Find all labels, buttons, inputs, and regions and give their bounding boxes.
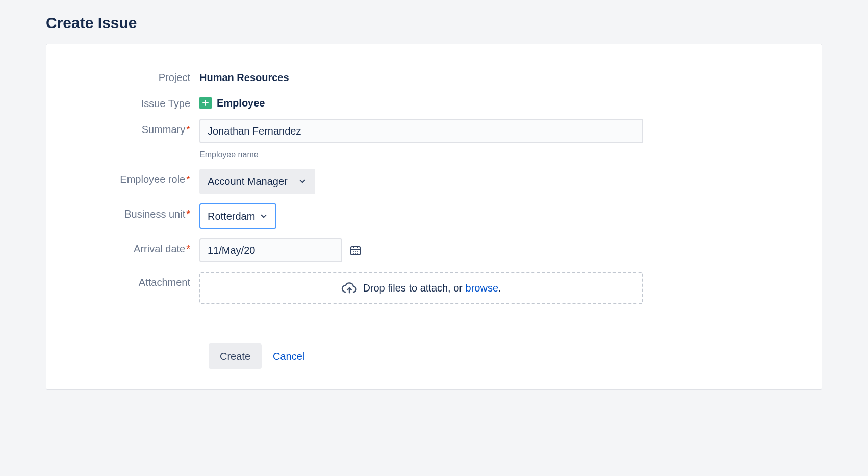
row-attachment: Attachment Drop files to attach, or brow… [67, 272, 801, 304]
page-title: Create Issue [0, 0, 868, 44]
label-issue-type: Issue Type [67, 93, 199, 110]
row-business-unit: Business unit* Rotterdam [67, 203, 801, 229]
row-project: Project Human Resources [67, 67, 801, 84]
svg-point-2 [355, 251, 356, 252]
cloud-upload-icon [341, 280, 358, 296]
row-employee-role: Employee role* Account Manager [67, 169, 801, 194]
business-unit-value: Rotterdam [208, 210, 255, 222]
value-project: Human Resources [199, 67, 801, 84]
label-attachment: Attachment [67, 272, 199, 288]
label-summary: Summary* [67, 119, 199, 136]
label-business-unit-text: Business unit [124, 208, 185, 220]
arrival-date-input[interactable] [199, 238, 342, 262]
calendar-icon[interactable] [349, 244, 362, 256]
actions-row: Create Cancel [67, 343, 801, 369]
label-arrival-date-text: Arrival date [134, 243, 185, 254]
create-button[interactable]: Create [209, 343, 262, 369]
required-marker: * [186, 243, 190, 254]
create-issue-panel: Project Human Resources Issue Type Emplo… [46, 44, 822, 390]
row-summary: Summary* Employee name [67, 119, 801, 160]
employee-role-select[interactable]: Account Manager [199, 169, 315, 194]
summary-input[interactable] [199, 119, 643, 143]
row-arrival-date: Arrival date* [67, 238, 801, 262]
divider [57, 325, 811, 325]
svg-point-1 [353, 251, 354, 252]
value-issue-type: Employee [217, 97, 265, 109]
svg-point-3 [357, 251, 358, 252]
label-employee-role-text: Employee role [120, 174, 185, 185]
svg-point-5 [355, 253, 356, 254]
label-employee-role: Employee role* [67, 169, 199, 186]
label-business-unit: Business unit* [67, 203, 199, 220]
chevron-down-icon [298, 177, 307, 186]
required-marker: * [186, 208, 190, 220]
required-marker: * [186, 124, 190, 135]
dropzone-text: Drop files to attach, or [363, 282, 465, 294]
svg-point-4 [353, 253, 354, 254]
attachment-dropzone[interactable]: Drop files to attach, or browse. [199, 272, 643, 304]
label-summary-text: Summary [142, 124, 186, 135]
chevron-down-icon [259, 211, 268, 221]
plus-square-icon [199, 97, 212, 109]
row-issue-type: Issue Type Employee [67, 93, 801, 110]
summary-helper: Employee name [199, 150, 801, 160]
label-arrival-date: Arrival date* [67, 238, 199, 255]
employee-role-value: Account Manager [208, 176, 288, 188]
business-unit-select[interactable]: Rotterdam [199, 203, 276, 229]
label-project: Project [67, 67, 199, 84]
svg-point-6 [357, 253, 358, 254]
cancel-button[interactable]: Cancel [273, 351, 304, 362]
dropzone-dot: . [498, 282, 501, 294]
required-marker: * [186, 174, 190, 185]
browse-link[interactable]: browse [466, 282, 498, 294]
